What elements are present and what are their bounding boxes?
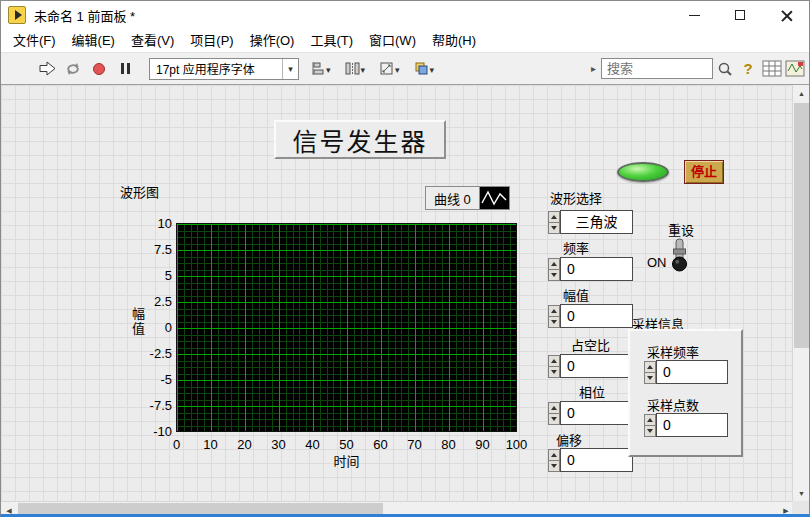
grid-settings-button[interactable] [762, 57, 782, 81]
resize-objects-dropdown[interactable] [376, 57, 403, 81]
titlebar: 未命名 1 前面板 * [1, 1, 809, 29]
phase-value[interactable]: 0 [560, 401, 633, 425]
menu-help[interactable]: 帮助(H) [424, 29, 484, 52]
menu-operate[interactable]: 操作(O) [242, 29, 303, 52]
horizontal-scrollbar[interactable] [1, 501, 794, 517]
search-box [601, 57, 737, 81]
sample-count-value[interactable]: 0 [656, 413, 728, 437]
spinner [548, 355, 560, 378]
distribute-objects-icon [345, 61, 360, 76]
search-input[interactable] [601, 58, 713, 79]
decrement-button[interactable] [644, 425, 656, 437]
legend-plot-name: 曲线 0 [426, 189, 479, 208]
decrement-button[interactable] [548, 269, 560, 281]
chart-label: 波形图 [120, 182, 159, 201]
distribute-objects-dropdown[interactable] [342, 57, 369, 81]
spinner [548, 211, 560, 234]
reset-toggle-switch[interactable] [665, 235, 693, 275]
pause-button[interactable] [113, 57, 137, 81]
y-tick-label: 7.5 [132, 242, 172, 257]
offset-control[interactable]: 0 [548, 448, 633, 472]
decrement-button[interactable] [548, 316, 560, 328]
search-expander-icon[interactable] [591, 63, 601, 74]
menu-file[interactable]: 文件(F) [5, 29, 64, 52]
toolbar: 17pt 应用程序字体 [1, 53, 809, 85]
x-tick-label: 30 [263, 437, 294, 452]
vertical-switch-icon [665, 235, 693, 275]
close-button[interactable] [763, 1, 809, 29]
x-tick-label: 20 [229, 437, 260, 452]
x-tick-label: 100 [501, 437, 532, 452]
y-axis-label: 幅值 [128, 307, 147, 337]
decrement-button[interactable] [548, 460, 560, 472]
x-tick-label: 10 [195, 437, 226, 452]
offset-label: 偏移 [556, 430, 582, 449]
phase-label: 相位 [579, 382, 605, 401]
frequency-control[interactable]: 0 [548, 257, 633, 281]
phase-control[interactable]: 0 [548, 401, 633, 425]
menu-project[interactable]: 项目(P) [182, 29, 241, 52]
amplitude-control[interactable]: 0 [548, 304, 633, 328]
offset-value[interactable]: 0 [560, 448, 633, 472]
decrement-button[interactable] [644, 372, 656, 384]
run-button[interactable] [35, 57, 59, 81]
chevron-down-icon [361, 61, 366, 76]
duty-cycle-value[interactable]: 0 [560, 354, 633, 378]
run-icon [39, 61, 56, 76]
font-selector[interactable]: 17pt 应用程序字体 [149, 58, 299, 80]
decrement-button[interactable] [548, 222, 560, 234]
waveform-chart-plot-area [176, 223, 517, 432]
scroll-up-button[interactable] [793, 85, 810, 101]
vertical-scroll-thumb[interactable] [794, 103, 809, 348]
reset-on-label: ON [647, 255, 667, 270]
frequency-value[interactable]: 0 [560, 257, 633, 281]
pause-icon [121, 63, 130, 74]
decrement-button[interactable] [548, 366, 560, 378]
waveform-select-control[interactable]: 三角波 [548, 210, 633, 234]
context-help-button[interactable] [737, 57, 759, 81]
chevron-down-icon [282, 59, 298, 79]
front-panel: 信号发生器 波形图 曲线 0 10 7.5 5 2.5 0 -2.5 -5 -7… [1, 85, 794, 501]
window-title: 未命名 1 前面板 * [34, 6, 135, 25]
menu-edit[interactable]: 编辑(E) [64, 29, 123, 52]
sample-rate-value[interactable]: 0 [656, 360, 728, 384]
decrement-button[interactable] [548, 413, 560, 425]
run-continuous-button[interactable] [61, 57, 85, 81]
sample-rate-control[interactable]: 0 [644, 360, 728, 384]
waveform-select-value[interactable]: 三角波 [560, 210, 633, 234]
search-button[interactable] [713, 57, 737, 81]
y-tick-label: -5 [132, 372, 172, 387]
duty-cycle-control[interactable]: 0 [548, 354, 633, 378]
align-objects-dropdown[interactable] [307, 57, 334, 81]
x-tick-label: 90 [467, 437, 498, 452]
vi-icon-button[interactable] [785, 57, 805, 81]
sample-count-label: 采样点数 [647, 395, 699, 414]
spinner [644, 361, 656, 384]
minimize-icon [689, 15, 700, 16]
reorder-objects-dropdown[interactable] [411, 57, 438, 81]
chart-legend[interactable]: 曲线 0 [425, 186, 510, 210]
close-icon [781, 10, 792, 21]
x-tick-label: 70 [399, 437, 430, 452]
spinner [644, 414, 656, 437]
led-ok-button[interactable] [617, 162, 669, 182]
maximize-button[interactable] [717, 1, 763, 29]
vertical-scrollbar[interactable] [792, 85, 809, 501]
menu-tools[interactable]: 工具(T) [302, 29, 361, 52]
scroll-down-button[interactable] [793, 485, 810, 501]
x-axis-label: 时间 [331, 451, 362, 470]
stop-button[interactable]: 停止 [684, 160, 724, 184]
abort-icon [93, 63, 105, 75]
horizontal-scroll-thumb[interactable] [18, 503, 383, 517]
y-tick-label: 10 [132, 216, 172, 231]
amplitude-value[interactable]: 0 [560, 304, 633, 328]
abort-button[interactable] [87, 57, 111, 81]
spinner [548, 305, 560, 328]
scroll-left-button[interactable] [1, 502, 17, 517]
chevron-down-icon [395, 61, 400, 76]
menu-window[interactable]: 窗口(W) [361, 29, 424, 52]
menu-view[interactable]: 查看(V) [123, 29, 182, 52]
minimize-button[interactable] [671, 1, 717, 29]
sample-count-control[interactable]: 0 [644, 413, 728, 437]
grid-icon [762, 60, 782, 77]
